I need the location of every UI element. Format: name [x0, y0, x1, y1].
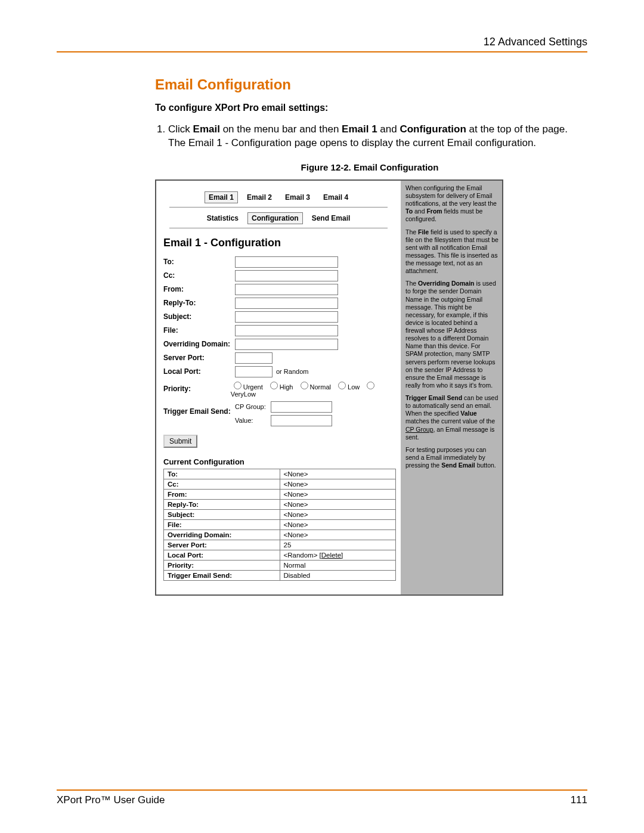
- label-serverport: Server Port:: [163, 354, 235, 362]
- email-tabs: Email 1 Email 2 Email 3 Email 4: [163, 191, 394, 203]
- step-text: and: [377, 123, 400, 135]
- cfg-key: From:: [164, 489, 280, 499]
- subtab-divider: [169, 228, 388, 228]
- label-cc: Cc:: [163, 271, 235, 280]
- cfg-val: <Random> [Delete]: [280, 550, 396, 560]
- table-row: Priority:Normal: [164, 560, 396, 570]
- label-from: From:: [163, 285, 235, 293]
- help-bold: Value: [460, 410, 476, 417]
- section-title: Email Configuration: [155, 76, 584, 93]
- step-bold: Email 1: [342, 123, 377, 135]
- label-or-random: or Random: [276, 368, 308, 375]
- help-text: When configuring the Email subsystem for…: [405, 184, 497, 207]
- cfg-key: Priority:: [164, 560, 280, 570]
- help-text: button.: [475, 462, 496, 469]
- step-bold: Email: [193, 123, 220, 135]
- config-pane: Email 1 Email 2 Email 3 Email 4 Statisti…: [156, 181, 401, 594]
- step-bold: Configuration: [400, 123, 466, 135]
- help-text: is used to forge the sender Domain Name …: [405, 280, 496, 389]
- cfg-key: Local Port:: [164, 550, 280, 560]
- label-localport: Local Port:: [163, 367, 235, 376]
- current-config-table: To:<None> Cc:<None> From:<None> Reply-To…: [163, 469, 396, 581]
- table-row: Overriding Domain:<None>: [164, 529, 396, 540]
- radio-high[interactable]: [270, 382, 278, 389]
- table-row: Subject:<None>: [164, 509, 396, 519]
- embedded-screenshot: Email 1 Email 2 Email 3 Email 4 Statisti…: [155, 179, 503, 596]
- cfg-key: To:: [164, 469, 280, 479]
- label-to: To:: [163, 258, 235, 266]
- table-row: File:<None>: [164, 519, 396, 529]
- input-replyto[interactable]: [235, 298, 338, 309]
- cfg-val: <None>: [280, 479, 396, 489]
- submit-button[interactable]: Submit: [163, 435, 197, 448]
- label-override: Overriding Domain:: [163, 340, 235, 348]
- help-underline: CP Group: [405, 426, 434, 433]
- cfg-key: Overriding Domain:: [164, 529, 280, 540]
- tab-divider: [169, 207, 388, 208]
- cfg-val: 25: [280, 540, 396, 550]
- cfg-key: Server Port:: [164, 540, 280, 550]
- table-row: Server Port:25: [164, 540, 396, 550]
- input-subject[interactable]: [235, 311, 338, 323]
- table-row: Trigger Email Send:Disabled: [164, 570, 396, 580]
- help-text: matches the current value of the: [405, 417, 495, 425]
- input-override[interactable]: [235, 339, 338, 350]
- input-cpgroup[interactable]: [271, 401, 332, 413]
- help-pane: When configuring the Email subsystem for…: [402, 181, 502, 594]
- help-bold: To: [405, 208, 413, 215]
- help-bold: From: [426, 208, 442, 215]
- label-urgent: Urgent: [243, 383, 263, 391]
- input-localport[interactable]: [235, 366, 273, 377]
- table-row: Local Port:<Random> [Delete]: [164, 550, 396, 560]
- cfg-key: Cc:: [164, 479, 280, 489]
- radio-normal[interactable]: [301, 382, 308, 389]
- cfg-key: Trigger Email Send:: [164, 570, 280, 580]
- footer-page-number: 111: [571, 794, 587, 806]
- figure-caption: Figure 12-2. Email Configuration: [155, 162, 584, 172]
- table-row: Cc:<None>: [164, 479, 396, 489]
- help-bold: File: [418, 228, 429, 236]
- input-value[interactable]: [271, 415, 332, 426]
- priority-options: Urgent High Normal Low VeryLow: [231, 380, 394, 398]
- radio-low[interactable]: [338, 382, 346, 389]
- cfg-key: Reply-To:: [164, 499, 280, 509]
- radio-urgent[interactable]: [234, 382, 242, 389]
- steps-list: Click Email on the menu bar and then Ema…: [155, 123, 584, 150]
- help-text: and: [413, 208, 426, 215]
- footer-rule: [57, 789, 587, 791]
- cfg-val: <None>: [280, 499, 396, 509]
- input-serverport[interactable]: [235, 352, 273, 364]
- label-high: High: [280, 383, 293, 391]
- help-text: The: [405, 228, 418, 236]
- step-1: Click Email on the menu bar and then Ema…: [168, 123, 584, 150]
- label-normal: Normal: [310, 383, 331, 391]
- tab-email-2[interactable]: Email 2: [243, 191, 276, 203]
- subtab-send-email[interactable]: Send Email: [308, 212, 355, 224]
- input-cc[interactable]: [235, 270, 338, 281]
- label-verylow: VeryLow: [231, 391, 256, 398]
- cfg-key: Subject:: [164, 509, 280, 519]
- help-bold: Overriding Domain: [418, 280, 475, 287]
- cfg-val: <None>: [280, 509, 396, 519]
- cfg-val-text: <Random>: [284, 552, 320, 559]
- step-text: Click: [168, 123, 193, 135]
- subtab-configuration[interactable]: Configuration: [247, 212, 303, 224]
- table-row: To:<None>: [164, 469, 396, 479]
- label-replyto: Reply-To:: [163, 299, 235, 307]
- radio-verylow[interactable]: [367, 382, 374, 389]
- pane-title: Email 1 - Configuration: [163, 237, 394, 249]
- tab-email-3[interactable]: Email 3: [281, 191, 314, 203]
- cfg-val: <None>: [280, 529, 396, 540]
- cfg-val: <None>: [280, 489, 396, 499]
- cfg-val: Normal: [280, 560, 396, 570]
- subtab-statistics[interactable]: Statistics: [203, 212, 243, 224]
- input-to[interactable]: [235, 256, 338, 268]
- input-file[interactable]: [235, 325, 338, 336]
- label-file: File:: [163, 326, 235, 335]
- input-from[interactable]: [235, 284, 338, 295]
- tab-email-1[interactable]: Email 1: [205, 191, 238, 203]
- delete-link[interactable]: [Delete]: [320, 552, 343, 559]
- table-row: Reply-To:<None>: [164, 499, 396, 509]
- label-cpgroup: CP Group:: [235, 403, 271, 410]
- tab-email-4[interactable]: Email 4: [319, 191, 352, 203]
